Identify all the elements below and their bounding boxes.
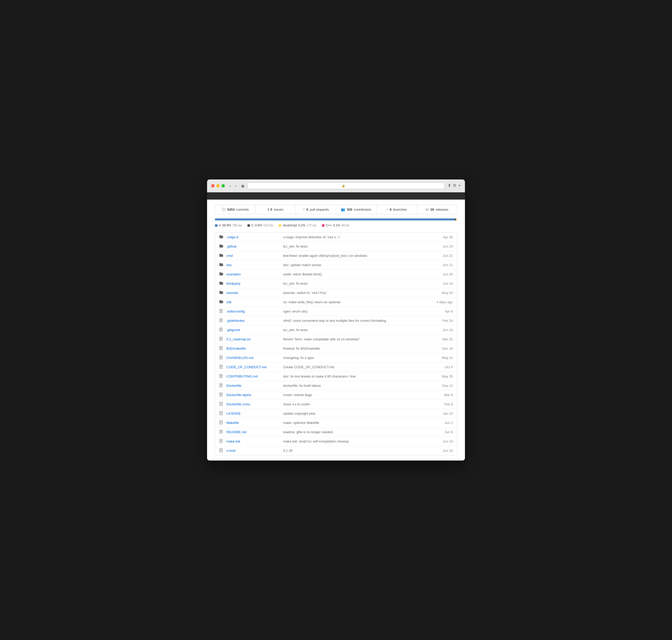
file-icon — [219, 383, 224, 388]
table-row[interactable]: 0.2_roadmap.txt Revert "term: make compi… — [215, 335, 457, 344]
table-row[interactable]: CHANGELOG.md changelog: fix a typo May 1… — [215, 353, 457, 363]
share-icon[interactable]: ⬆ — [448, 183, 451, 189]
file-name[interactable]: make.bat — [227, 439, 283, 443]
file-icon — [219, 430, 224, 435]
file-name[interactable]: CODE_OF_CONDUCT.md — [227, 365, 283, 369]
forward-button[interactable]: › — [233, 183, 238, 189]
table-row[interactable]: thirdparty tcc_win: fix tests Jun 19 — [215, 279, 457, 288]
address-bar[interactable]: 🔒 — [248, 183, 445, 189]
file-date: Jun 19 — [429, 328, 453, 332]
table-row[interactable]: v.mod 0.1.28 Jun 18 — [215, 446, 457, 455]
commits-label: commits — [236, 207, 249, 212]
folder-icon — [219, 262, 224, 267]
table-row[interactable]: CONTRIBUTING.md doc: fix line breaks to … — [215, 372, 457, 381]
table-row[interactable]: BSDmakefile freebsd: fix BSDmakefile Dec… — [215, 344, 457, 353]
lang-v-loc: 75k loc — [232, 223, 242, 227]
table-row[interactable]: vlib os: make write_file() return an opt… — [215, 297, 457, 307]
file-name[interactable]: Dockerfile — [227, 384, 283, 388]
file-date: Apr 8 — [429, 309, 453, 313]
file-commit: make: optimize Makefile — [283, 421, 429, 425]
stat-commits[interactable]: 🕐 5453 commits — [215, 205, 255, 214]
table-row[interactable]: Dockerfile.alpine cmd/v: rewrite flags M… — [215, 390, 457, 400]
table-row[interactable]: Dockerfile.cross move v.v to cmd/v Feb 9 — [215, 400, 457, 409]
table-row[interactable]: examples vweb: return $vweb.html() Jun 2… — [215, 270, 457, 279]
browser-actions: ⬆ ⧉ + — [448, 183, 461, 189]
table-row[interactable]: CODE_OF_CONDUCT.md Create CODE_OF_CONDUC… — [215, 363, 457, 372]
file-name[interactable]: v.mod — [227, 449, 283, 453]
file-name[interactable]: thirdparty — [227, 281, 283, 286]
lang-c-label[interactable]: C 0.6% 523 loc — [247, 223, 273, 227]
table-row[interactable]: .github tcc_win: fix tests Jun 19 — [215, 242, 457, 251]
file-icon — [219, 420, 224, 425]
file-name[interactable]: examples — [227, 272, 283, 276]
stat-pull-requests[interactable]: ⑂ 0 pull requests — [296, 205, 336, 214]
file-icon — [219, 346, 224, 351]
app-content: 🕐 5453 commits ℹ 0 issues ⑂ 0 pull reque… — [207, 192, 465, 461]
stat-releases[interactable]: 🏷 26 releases — [417, 205, 457, 214]
table-row[interactable]: doc doc: update match syntax Jun 21 — [215, 260, 457, 270]
table-row[interactable]: README.md readme: glfw is no longer need… — [215, 427, 457, 437]
file-name[interactable]: BSDmakefile — [227, 347, 283, 350]
file-name[interactable]: CONTRIBUTING.md — [227, 374, 283, 378]
table-row[interactable]: .gitignore tcc_win: fix tests Jun 19 — [215, 325, 457, 335]
back-button[interactable]: ‹ — [228, 183, 232, 189]
window-toggle-icon[interactable]: ▣ — [241, 184, 245, 188]
new-tab-icon[interactable]: + — [458, 183, 461, 189]
file-icon — [219, 392, 224, 397]
file-icon — [219, 411, 224, 416]
lang-c-dot — [247, 224, 250, 227]
file-name[interactable]: Dockerfile.alpine — [227, 393, 283, 397]
file-name[interactable]: .github — [227, 245, 283, 248]
file-name[interactable]: vlib — [227, 300, 283, 304]
stat-contributors[interactable]: 👥 300 contributors — [336, 205, 377, 214]
stat-issues[interactable]: ℹ 0 issues — [255, 205, 296, 214]
contributors-label: contributors — [354, 207, 371, 212]
file-name[interactable]: CHANGELOG.md — [227, 356, 283, 360]
file-date: Jun 19 — [429, 439, 453, 443]
table-row[interactable]: make.bat make.bat: small tcc self-compil… — [215, 437, 457, 446]
branches-label: branches — [393, 207, 407, 212]
issues-count: 0 — [271, 207, 272, 212]
file-name[interactable]: .ctags.d — [227, 235, 283, 239]
file-name[interactable]: .gitattributes — [227, 319, 283, 323]
file-name[interactable]: Dockerfile.cross — [227, 402, 283, 406]
lang-v-label[interactable]: V 98.9% 75k loc — [215, 223, 242, 227]
file-commit: doc: update match syntax — [283, 263, 429, 267]
file-name[interactable]: 0.2_roadmap.txt — [227, 337, 283, 341]
file-name[interactable]: .editorconfig — [227, 309, 283, 313]
table-row[interactable]: Dockerfile dockerfile: fix build failure… — [215, 381, 457, 390]
stat-branches[interactable]: ⑂ 6 branches — [377, 205, 417, 214]
file-date: Jun 22 — [429, 254, 453, 258]
table-row[interactable]: Makefile make: optimize Makefile Jun 2 — [215, 418, 457, 427]
file-commit: changelog: fix a typo — [283, 356, 429, 360]
main-content: 🕐 5453 commits ℹ 0 issues ⑂ 0 pull reque… — [207, 200, 465, 461]
file-name[interactable]: cmd — [227, 254, 283, 258]
lang-cpp-label[interactable]: C++ 0.1% 94 loc — [322, 223, 350, 227]
file-name[interactable]: Makefile — [227, 421, 283, 425]
lang-js-label[interactable]: JavaScript 0.2% 177 loc — [278, 223, 317, 227]
file-name[interactable]: doc — [227, 263, 283, 267]
file-name[interactable]: README.md — [227, 430, 283, 434]
file-name[interactable]: tutorials — [227, 291, 283, 295]
file-commit: test-fixed: enable again vlib/sync/pool_… — [283, 254, 429, 258]
file-table: .ctags.d v.ctags: improve detection of `… — [215, 232, 457, 455]
close-button[interactable] — [211, 184, 215, 187]
table-row[interactable]: LICENSE update copyright year Jan 23 — [215, 409, 457, 418]
traffic-lights — [211, 184, 225, 187]
maximize-button[interactable] — [221, 184, 225, 187]
lang-c-pct: 0.6% — [255, 223, 262, 227]
table-row[interactable]: .gitattributes vfmt2: more convenient wa… — [215, 316, 457, 325]
minimize-button[interactable] — [216, 184, 220, 187]
file-commit: tcc_win: fix tests — [283, 328, 429, 332]
file-date: Sep 12 — [429, 384, 453, 388]
table-row[interactable]: tutorials tutorials: switch to `mut f Fo… — [215, 288, 457, 297]
file-commit: vfmt2: more convenient way to test multi… — [283, 319, 429, 323]
file-date: May 29 — [429, 374, 453, 378]
table-row[interactable]: .editorconfig cgen: enum str() Apr 8 — [215, 307, 457, 316]
file-name[interactable]: .gitignore — [227, 328, 283, 332]
table-row[interactable]: .ctags.d v.ctags: improve detection of `… — [215, 233, 457, 242]
table-row[interactable]: cmd test-fixed: enable again vlib/sync/p… — [215, 251, 457, 260]
tabs-icon[interactable]: ⧉ — [453, 183, 456, 189]
file-commit: Revert "term: make compilable with v2 on… — [283, 337, 429, 341]
file-name[interactable]: LICENSE — [227, 411, 283, 416]
